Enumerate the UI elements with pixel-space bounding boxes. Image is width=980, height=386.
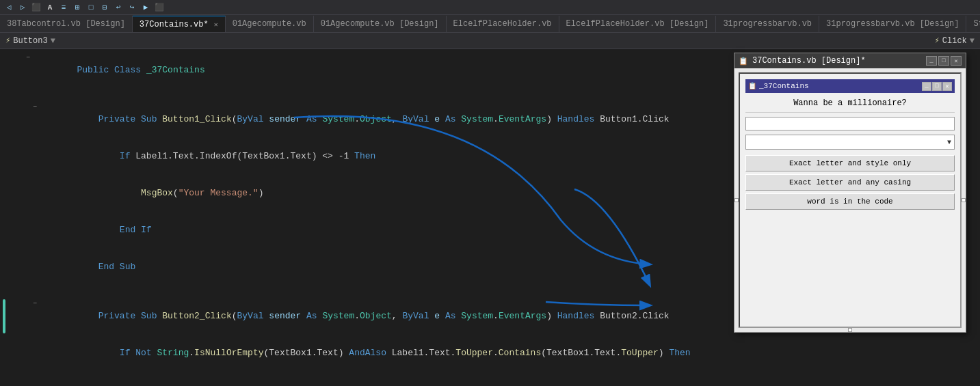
tab-01agecompute-design[interactable]: 01Agecompute.vb [Design]	[314, 16, 447, 32]
form-divider	[745, 112, 955, 113]
toolbar-stop-icon[interactable]: ⬛	[153, 1, 165, 14]
addressbar-right-arrow: ▼	[970, 36, 975, 46]
design-maximize-button[interactable]: □	[938, 56, 949, 66]
design-titlebar: 📋 37Contains.vb [Design]* _ □ ✕	[734, 53, 966, 68]
form-minimize-button[interactable]: _	[922, 82, 931, 91]
addressbar-right-icon: ⚡	[935, 36, 940, 46]
main-area: − Public Class _37Contains − Private Sub…	[0, 49, 980, 386]
dropdown-arrow-icon: ▼	[947, 139, 951, 146]
form-button-1[interactable]: Exact letter and style only	[745, 155, 955, 171]
toolbar-back-icon[interactable]: ◁	[3, 1, 15, 14]
tab-elcelf-design[interactable]: ElcelfPlaceHolder.vb [Design]	[559, 16, 717, 32]
addressbar-left-value: Button3	[13, 36, 47, 46]
tab-37contains[interactable]: 37Contains.vb* ✕	[133, 16, 226, 32]
design-window: 📋 37Contains.vb [Design]* _ □ ✕ 📋 _37Con…	[734, 53, 966, 333]
toolbar-play-icon[interactable]: ▶	[140, 1, 152, 14]
form-dropdown[interactable]: ▼	[745, 135, 955, 150]
resize-handle-bottom[interactable]	[848, 328, 852, 332]
code-line-11: MsgBox("Your Message.")	[0, 372, 980, 386]
form-textbox[interactable]	[745, 117, 955, 130]
form-titlebar-icon: 📋	[748, 82, 756, 90]
toolbar-icon-2[interactable]: A	[44, 1, 56, 14]
code-line-10: If Not String.IsNullOrEmpty(TextBox1.Tex…	[0, 335, 980, 372]
form-titlebar: 📋 _37Contains _ □ ✕	[745, 79, 955, 93]
toolbar-icon-4[interactable]: ⊞	[71, 1, 83, 14]
addressbar-separator: ▼	[51, 36, 55, 46]
resize-handle-right[interactable]	[962, 198, 966, 202]
tab-38tabcontrol[interactable]: 38Tabcontrol.vb [Design]	[0, 16, 133, 32]
form-maximize-button[interactable]: □	[932, 82, 942, 91]
addressbar-right-value: Click	[942, 36, 967, 46]
form-label: Wanna be a millionaire?	[745, 98, 955, 108]
collapse-icon-1[interactable]: −	[26, 52, 30, 64]
toolbar-icon-3[interactable]: ≡	[57, 1, 70, 14]
design-title-text: 37Contains.vb [Design]*	[752, 56, 866, 66]
design-minimize-button[interactable]: _	[926, 56, 937, 66]
green-bar-1	[3, 299, 5, 333]
addressbar-left-icon: ⚡	[5, 36, 10, 46]
toolbar-icon-6[interactable]: ⊟	[98, 1, 111, 14]
collapse-icon-3[interactable]: −	[33, 101, 37, 113]
toolbar: ◁ ▷ ⬛ A ≡ ⊞ □ ⊟ ↩ ↪ ▶ ⬛	[0, 0, 980, 15]
tab-31progress[interactable]: 31progressbarvb.vb	[716, 16, 819, 32]
design-title-icon: 📋	[739, 57, 748, 66]
form-button-2[interactable]: Exact letter and any casing	[745, 174, 955, 191]
design-close-button[interactable]: ✕	[951, 56, 962, 66]
form-inner: 📋 _37Contains _ □ ✕ Wanna be a millionai…	[739, 72, 962, 328]
form-preview: 📋 _37Contains _ □ ✕ Wanna be a millionai…	[734, 68, 966, 332]
collapse-icon-9[interactable]: −	[33, 298, 37, 310]
form-titlebar-title: _37Contains	[759, 82, 809, 90]
toolbar-redo-icon[interactable]: ↪	[126, 1, 138, 14]
tab-01agecompute[interactable]: 01Agecompute.vb	[226, 16, 314, 32]
form-button-3[interactable]: word is in the code	[745, 193, 955, 210]
tab-bar: 38Tabcontrol.vb [Design] 37Contains.vb* …	[0, 15, 980, 33]
toolbar-icon-1[interactable]: ⬛	[30, 1, 42, 14]
tab-elcelf[interactable]: ElcelfPlaceHolder.vb	[447, 16, 559, 32]
toolbar-icon-5[interactable]: □	[85, 1, 97, 14]
tab-close-icon[interactable]: ✕	[214, 20, 218, 29]
toolbar-forward-icon[interactable]: ▷	[16, 1, 29, 14]
tab-31progress-design[interactable]: 31progressbarvb.vb [Design]	[819, 16, 966, 32]
tab-study[interactable]: Study 4.8	[966, 16, 980, 32]
form-close-button[interactable]: ✕	[942, 82, 952, 91]
address-bar: ⚡ Button3 ▼ ⚡ Click ▼	[0, 33, 980, 49]
toolbar-undo-icon[interactable]: ↩	[112, 1, 124, 14]
